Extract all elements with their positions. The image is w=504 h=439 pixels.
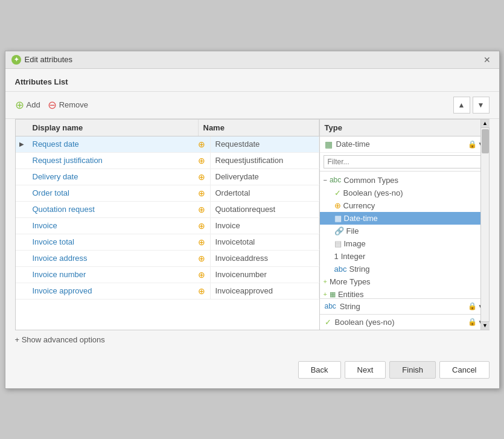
add-button[interactable]: ⊕ Add (15, 98, 40, 112)
cell-name-4: Ordertotal (211, 185, 319, 200)
th-display-name: Display name (28, 120, 199, 136)
more-types-group[interactable]: + More Types (320, 275, 489, 288)
boolean-label: Boolean (yes-no) (343, 188, 403, 197)
bool-type-display: ✓ Boolean (yes-no) (325, 318, 395, 327)
close-button[interactable]: ✕ (483, 55, 493, 65)
plus-entities-icon: + (324, 290, 327, 298)
type-datetime[interactable]: ▦ Date-time (320, 212, 489, 225)
cell-display-4: Order total ⊕ (28, 185, 211, 201)
table-row[interactable]: Invoice address ⊕ Invoiceaddress (16, 251, 319, 267)
cell-name-3: Deliverydate (211, 169, 319, 184)
type-string[interactable]: abc String (320, 263, 489, 275)
move-down-button[interactable]: ▼ (473, 97, 490, 114)
app-icon: ✦ (11, 55, 21, 65)
bool-bottom-row: ✓ Boolean (yes-no) 🔒 ▼ (320, 314, 489, 330)
scroll-thumb[interactable] (482, 129, 489, 153)
move-up-button[interactable]: ▲ (453, 97, 470, 114)
entities-label: Entities (338, 290, 364, 298)
cell-display-5: Quotation request ⊕ (28, 202, 211, 217)
cancel-button[interactable]: Cancel (439, 361, 489, 379)
show-advanced-link[interactable]: + Show advanced options (5, 330, 499, 349)
type-integer[interactable]: 1 Integer (320, 250, 489, 263)
display-name-4: Order total (33, 188, 69, 197)
check-bottom-icon: ✓ (325, 318, 331, 327)
cell-name-5: Quotationrequest (211, 202, 319, 217)
common-types-label: Common Types (343, 176, 398, 185)
scroll-up-button[interactable]: ▲ (481, 120, 490, 128)
edit-icon-2: ⊕ (198, 156, 205, 165)
type-image[interactable]: ▤ Image (320, 237, 489, 250)
cell-display-1: Request date ⊕ (28, 136, 211, 152)
table-row[interactable]: ▶ Request date ⊕ Requestdate (16, 136, 319, 153)
back-button[interactable]: Back (298, 361, 341, 379)
cell-display-3: Delivery date ⊕ (28, 169, 211, 185)
edit-icon-10: ⊕ (198, 286, 205, 296)
common-types-header[interactable]: − abc Common Types (320, 174, 489, 187)
remove-button[interactable]: ⊖ Remove (48, 98, 88, 112)
current-type-display: ▦ Date-time (325, 139, 370, 149)
minus-icon: − (324, 176, 327, 184)
title-bar-left: ✦ Edit attributes (11, 55, 73, 65)
filter-input[interactable] (324, 155, 485, 168)
display-name-8: Invoice address (33, 254, 88, 263)
type-row-1: ▦ Date-time 🔒 ▼ (320, 136, 489, 153)
edit-icon-5: ⊕ (198, 205, 205, 214)
table-row[interactable]: Invoice number ⊕ Invoicenumber (16, 267, 319, 283)
lock-icon-string: 🔒 (468, 302, 477, 310)
toolbar-right: ▲ ▼ (453, 97, 490, 114)
cell-name-6: Invoice (211, 218, 319, 233)
table-row[interactable]: Request justification ⊕ Requestjustifica… (16, 153, 319, 169)
type-file[interactable]: 🔗 File (320, 225, 489, 237)
string-type-display: abc String (325, 302, 360, 311)
integer-icon: 1 (334, 252, 339, 261)
display-name-9: Invoice number (33, 270, 86, 279)
scroll-down-button[interactable]: ▼ (481, 321, 490, 330)
th-type: Type (320, 120, 489, 136)
cell-display-10: Invoice approved ⊕ (28, 283, 211, 299)
currency-icon: ⊕ (334, 201, 341, 210)
entities-icon: ▦ (330, 290, 336, 298)
group-icon: abc (330, 176, 341, 184)
cell-name-2: Requestjustification (211, 153, 319, 168)
next-button[interactable]: Next (345, 361, 386, 379)
cell-name-8: Invoiceaddress (211, 251, 319, 266)
type-currency[interactable]: ⊕ Currency (320, 199, 489, 212)
table-header: Display name Name (16, 120, 319, 136)
table-row[interactable]: Invoice ⊕ Invoice (16, 218, 319, 234)
toolbar-left: ⊕ Add ⊖ Remove (15, 98, 89, 112)
table-row[interactable]: Invoice approved ⊕ Invoiceapproved (16, 283, 319, 300)
string-icon: abc (334, 264, 347, 274)
type-tree: − abc Common Types ✓ Boolean (yes-no) ⊕ … (320, 171, 489, 298)
string-label: String (349, 264, 369, 274)
type-selector-panel: Type ▦ Date-time 🔒 ▼ (320, 120, 489, 330)
display-name-1: Request date (33, 139, 79, 149)
remove-label: Remove (59, 100, 88, 109)
image-icon: ▤ (334, 239, 342, 248)
scrollbar[interactable]: ▲ ▼ (480, 120, 489, 330)
display-name-2: Request justification (33, 156, 103, 165)
current-type-label: Date-time (336, 139, 370, 149)
display-name-7: Invoice total (33, 237, 74, 246)
integer-label: Integer (341, 252, 365, 261)
cell-name-9: Invoicenumber (211, 267, 319, 282)
edit-icon-6: ⊕ (198, 221, 205, 231)
table-row[interactable]: Quotation request ⊕ Quotationrequest (16, 202, 319, 218)
footer: Back Next Finish Cancel (5, 354, 499, 386)
string-bottom-row: abc String 🔒 ▼ (320, 298, 489, 314)
type-header: Type (320, 120, 489, 136)
display-name-3: Delivery date (33, 172, 78, 181)
table-row[interactable]: Delivery date ⊕ Deliverydate (16, 169, 319, 185)
row-arrow: ▶ (16, 141, 28, 147)
cell-name-1: Requestdate (211, 136, 319, 152)
finish-button[interactable]: Finish (389, 361, 436, 379)
currency-label: Currency (343, 201, 375, 210)
display-name-5: Quotation request (33, 205, 95, 214)
cell-name-10: Invoiceapproved (211, 283, 319, 298)
entities-group[interactable]: + ▦ Entities (320, 288, 489, 298)
lock-icon-bool: 🔒 (468, 318, 477, 326)
bool-bottom-label: Boolean (yes-no) (335, 318, 395, 327)
type-boolean[interactable]: ✓ Boolean (yes-no) (320, 187, 489, 199)
table-row[interactable]: Invoice total ⊕ Invoicetotal (16, 234, 319, 251)
table-row[interactable]: Order total ⊕ Ordertotal (16, 185, 319, 202)
th-name: Name (199, 120, 319, 136)
